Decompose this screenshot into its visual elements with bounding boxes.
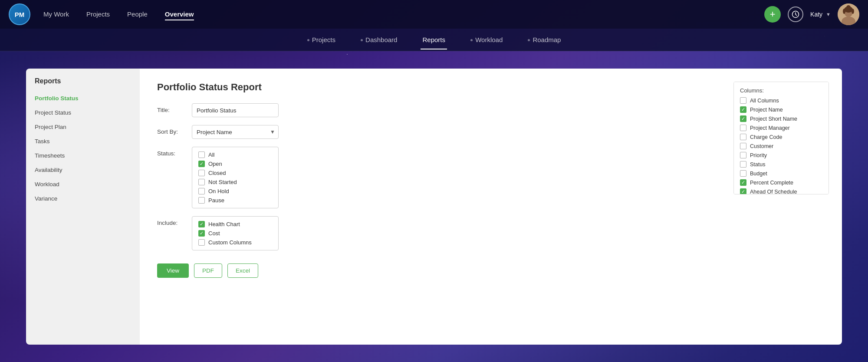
col-customer-checkbox[interactable] (740, 143, 746, 149)
col-charge-code-checkbox[interactable] (740, 134, 746, 140)
col-all-checkbox[interactable] (740, 97, 746, 104)
include-row: Include: ✓ Health Chart ✓ Cost (157, 216, 825, 250)
col-percent-complete-row: ✓ Percent Complete (740, 179, 822, 186)
subnav-roadmap[interactable]: Roadmap (526, 30, 562, 49)
title-row: Title: (157, 103, 825, 117)
clock-button[interactable] (788, 7, 803, 22)
status-checkbox-box: All ✓ Open Closed Not Start (192, 147, 279, 208)
nav-projects[interactable]: Projects (86, 9, 110, 20)
status-closed-row: Closed (198, 170, 272, 176)
sidebar-item-project-plan[interactable]: Project Plan (26, 120, 140, 134)
status-not-started-row: Not Started (198, 179, 272, 185)
top-nav-right: + Katy ▼ (764, 3, 859, 25)
subnav-projects[interactable]: Projects (306, 30, 337, 49)
subnav-reports[interactable]: Reports (421, 30, 447, 49)
view-button[interactable]: View (157, 263, 189, 278)
col-ahead-of-schedule-checkbox[interactable]: ✓ (740, 188, 746, 194)
user-menu[interactable]: Katy ▼ (810, 11, 831, 18)
status-closed-label: Closed (208, 170, 226, 176)
sidebar-item-project-status[interactable]: Project Status (26, 105, 140, 120)
status-open-checkbox[interactable]: ✓ (198, 161, 205, 167)
include-custom-columns-checkbox[interactable] (198, 239, 205, 246)
include-health-chart-label: Health Chart (208, 221, 240, 227)
status-on-hold-row: On Hold (198, 188, 272, 194)
include-control: ✓ Health Chart ✓ Cost Custom Columns (192, 216, 825, 250)
svg-point-5 (843, 9, 845, 14)
col-charge-code-row: Charge Code (740, 134, 822, 140)
col-priority-checkbox[interactable] (740, 152, 746, 158)
sidebar-title: Reports (26, 77, 140, 91)
nav-people[interactable]: People (127, 9, 148, 20)
status-closed-checkbox[interactable] (198, 170, 205, 176)
col-status-checkbox[interactable] (740, 161, 746, 168)
status-not-started-label: Not Started (208, 179, 237, 185)
sidebar-item-availability[interactable]: Availability (26, 163, 140, 177)
status-open-row: ✓ Open (198, 161, 272, 167)
col-budget-checkbox[interactable] (740, 170, 746, 177)
col-charge-code-label: Charge Code (750, 134, 782, 140)
col-budget-row: Budget (740, 170, 822, 177)
sidebar-panel: Reports Portfolio Status Project Status … (26, 69, 140, 345)
avatar[interactable] (838, 3, 859, 25)
nav-my-work[interactable]: My Work (43, 9, 69, 20)
include-cost-checkbox[interactable]: ✓ (198, 230, 205, 237)
sidebar-item-variance[interactable]: Variance (26, 191, 140, 206)
col-budget-label: Budget (750, 171, 767, 177)
action-buttons: View PDF Excel (157, 263, 825, 278)
include-label: Include: (157, 216, 192, 226)
col-all-label: All Columns (750, 98, 779, 104)
col-customer-row: Customer (740, 143, 822, 149)
col-project-manager-label: Project Manager (750, 125, 790, 131)
include-checkbox-box: ✓ Health Chart ✓ Cost Custom Columns (192, 216, 279, 250)
status-control: All ✓ Open Closed Not Start (192, 147, 825, 208)
sort-by-control: Project Name Project Status Priority Sta… (192, 125, 825, 139)
sidebar-item-portfolio-status[interactable]: Portfolio Status (26, 91, 140, 105)
status-not-started-checkbox[interactable] (198, 179, 205, 185)
sub-navigation: Projects Dashboard Reports Workload Road… (0, 29, 868, 51)
title-input[interactable] (192, 103, 279, 117)
status-label: Status: (157, 147, 192, 157)
title-label: Title: (157, 103, 192, 113)
app-logo[interactable]: PM (9, 3, 30, 25)
status-row: Status: All ✓ Open Clo (157, 147, 825, 208)
col-all-row: All Columns (740, 97, 822, 104)
col-project-short-name-row: ✓ Project Short Name (740, 115, 822, 122)
sidebar-item-workload[interactable]: Workload (26, 177, 140, 191)
col-project-short-name-label: Project Short Name (750, 116, 797, 122)
sidebar-item-tasks[interactable]: Tasks (26, 134, 140, 148)
excel-button[interactable]: Excel (227, 263, 258, 278)
col-project-name-label: Project Name (750, 107, 783, 113)
sort-by-row: Sort By: Project Name Project Status Pri… (157, 125, 825, 139)
status-open-label: Open (208, 161, 222, 167)
status-on-hold-checkbox[interactable] (198, 188, 205, 194)
pdf-button[interactable]: PDF (194, 263, 222, 278)
col-project-name-checkbox[interactable]: ✓ (740, 106, 746, 113)
columns-title: Columns: (740, 87, 822, 94)
col-priority-label: Priority (750, 152, 767, 158)
dot-decoration (307, 39, 309, 41)
status-all-checkbox[interactable] (198, 151, 205, 158)
subnav-dashboard[interactable]: Dashboard (359, 30, 399, 49)
col-project-manager-checkbox[interactable] (740, 125, 746, 131)
include-cost-row: ✓ Cost (198, 230, 272, 237)
svg-point-7 (846, 5, 851, 10)
nav-overview[interactable]: Overview (165, 9, 194, 20)
col-percent-complete-checkbox[interactable]: ✓ (740, 179, 746, 186)
dot-decoration (528, 39, 530, 41)
add-button[interactable]: + (764, 6, 781, 23)
col-customer-label: Customer (750, 143, 773, 149)
status-pause-checkbox[interactable] (198, 197, 205, 204)
sidebar-item-timesheets[interactable]: Timesheets (26, 148, 140, 163)
include-custom-columns-row: Custom Columns (198, 239, 272, 246)
col-project-manager-row: Project Manager (740, 125, 822, 131)
col-project-name-row: ✓ Project Name (740, 106, 822, 113)
col-priority-row: Priority (740, 152, 822, 158)
title-control (192, 103, 825, 117)
col-project-short-name-checkbox[interactable]: ✓ (740, 115, 746, 122)
sort-by-select[interactable]: Project Name Project Status Priority Sta… (192, 125, 279, 139)
include-health-chart-checkbox[interactable]: ✓ (198, 221, 205, 227)
user-name: Katy (810, 11, 822, 18)
top-nav-links: My Work Projects People Overview (43, 9, 764, 20)
subnav-workload[interactable]: Workload (469, 30, 504, 49)
include-health-chart-row: ✓ Health Chart (198, 221, 272, 227)
